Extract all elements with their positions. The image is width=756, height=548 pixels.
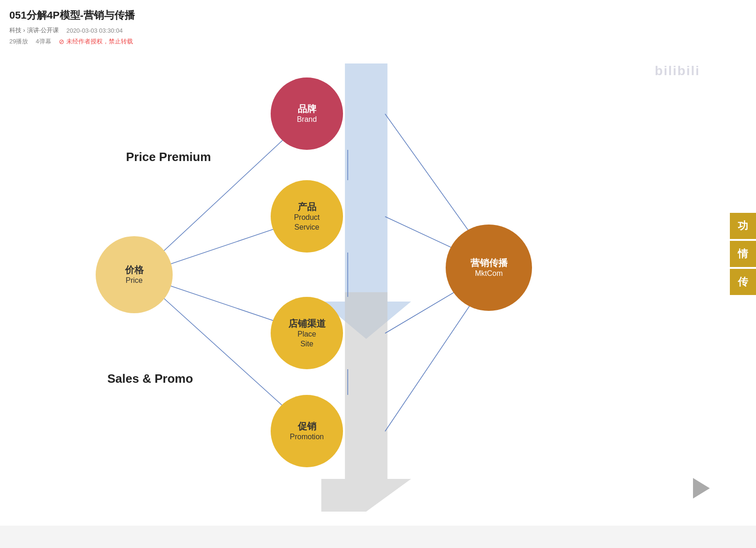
no-copy-text: 未经作者授权，禁止转载: [66, 37, 133, 46]
play-count: 29播放: [9, 37, 28, 46]
video-frame: 品牌 Brand 价格 Price 产品 Product Service 店铺渠…: [0, 49, 756, 526]
watermark: bilibili: [655, 63, 700, 78]
mktcom-en: MktCom: [475, 269, 503, 279]
video-area[interactable]: 品牌 Brand 价格 Price 产品 Product Service 店铺渠…: [0, 49, 756, 526]
page-header: 051分解4P模型-营销与传播 科技 › 演讲·公开课 2020-03-03 0…: [0, 0, 756, 49]
price-zh: 价格: [125, 264, 144, 276]
place-en2: Site: [301, 339, 314, 349]
side-buttons: 功 情 传: [730, 213, 756, 295]
product-zh: 产品: [298, 201, 316, 213]
circle-price: 价格 Price: [96, 236, 173, 313]
side-btn-0[interactable]: 功: [730, 213, 756, 239]
sales-promo-label: Sales & Promo: [107, 372, 193, 386]
no-copy-notice: ⊘ 未经作者授权，禁止转载: [59, 37, 133, 46]
circle-place: 店铺渠道 Place Site: [271, 297, 343, 369]
circle-promo: 促销 Promotion: [271, 395, 343, 467]
place-zh: 店铺渠道: [288, 317, 326, 330]
page-title: 051分解4P模型-营销与传播: [9, 8, 747, 22]
circle-product: 产品 Product Service: [271, 180, 343, 253]
product-en2: Service: [294, 223, 319, 232]
date: 2020-03-03 03:30:04: [66, 27, 123, 34]
side-btn-2[interactable]: 传: [730, 269, 756, 295]
brand-en: Brand: [297, 115, 317, 125]
product-en1: Product: [294, 213, 320, 223]
play-button-overlay[interactable]: [681, 470, 719, 507]
page-wrapper: 051分解4P模型-营销与传播 科技 › 演讲·公开课 2020-03-03 0…: [0, 0, 756, 526]
place-en1: Place: [297, 330, 316, 339]
promo-zh: 促销: [298, 420, 316, 432]
bullet-count: 4弹幕: [35, 37, 51, 46]
side-btn-1[interactable]: 情: [730, 241, 756, 267]
price-premium-label: Price Premium: [126, 150, 211, 164]
play-triangle-icon: [693, 478, 710, 499]
circle-brand: 品牌 Brand: [271, 77, 343, 150]
promo-en: Promotion: [290, 432, 324, 442]
circle-mktcom: 营销传播 MktCom: [446, 225, 532, 311]
brand-zh: 品牌: [298, 103, 316, 115]
no-copy-icon: ⊘: [59, 38, 64, 45]
breadcrumb: 科技 › 演讲·公开课: [9, 26, 59, 35]
mktcom-zh: 营销传播: [470, 257, 508, 269]
price-en: Price: [126, 276, 142, 286]
